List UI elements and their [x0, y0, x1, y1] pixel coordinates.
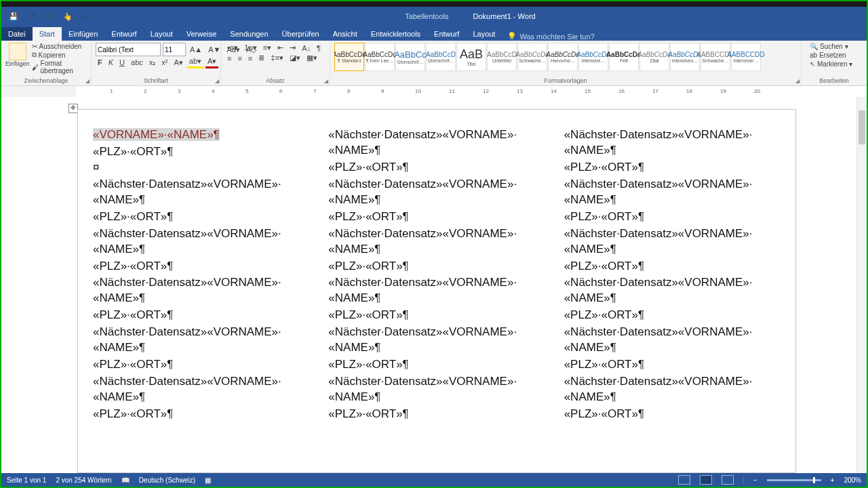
style-intensiver[interactable]: AaBbCcDdIntensiver…: [731, 43, 761, 71]
highlight-button[interactable]: ab▾: [187, 56, 203, 68]
label-cell[interactable]: «Nächster·Datensatz»«VORNAME»·«NAME»¶«PL…: [93, 325, 309, 373]
replace-button[interactable]: abErsetzen: [810, 52, 863, 59]
font-name-combo[interactable]: [96, 43, 161, 56]
label-cell[interactable]: «Nächster·Datensatz»«VORNAME»·«NAME»¶«PL…: [564, 177, 781, 225]
label-cell[interactable]: «Nächster·Datensatz»«VORNAME»·«NAME»¶«PL…: [93, 226, 309, 274]
shading-button[interactable]: ◪▾: [288, 53, 302, 63]
bullets-button[interactable]: •≡▾: [225, 43, 240, 53]
label-cell[interactable]: «Nächster·Datensatz»«VORNAME»·«NAME»¶«PL…: [93, 177, 309, 225]
subscript-button[interactable]: x₂: [147, 58, 158, 68]
shrink-font-button[interactable]: A▼: [206, 45, 222, 54]
label-cell[interactable]: «VORNAME»·«NAME»¶«PLZ»·«ORT»¶¤: [93, 127, 309, 176]
borders-button[interactable]: ▦▾: [304, 53, 319, 63]
zoom-slider[interactable]: [767, 479, 821, 481]
style-zitat[interactable]: AaBbCcDdZitat: [639, 43, 669, 71]
align-center-button[interactable]: ≡: [235, 54, 243, 63]
bold-button[interactable]: F: [96, 58, 104, 67]
style-berschrif[interactable]: AaBbCcÜberschrif…: [395, 43, 425, 71]
tab-file[interactable]: Datei: [1, 27, 33, 41]
tab-entwurf[interactable]: Entwurf: [427, 27, 466, 41]
justify-button[interactable]: ≣: [256, 53, 267, 63]
style-schwache[interactable]: AaBbCcDdSchwache…: [517, 43, 547, 71]
numbering-button[interactable]: 1≡▾: [242, 43, 259, 53]
strike-button[interactable]: abc: [129, 58, 145, 67]
underline-button[interactable]: U: [117, 58, 127, 67]
label-cell[interactable]: «Nächster·Datensatz»«VORNAME»·«NAME»¶«PL…: [93, 374, 309, 422]
macro-icon[interactable]: ▦: [205, 476, 211, 484]
spellcheck-icon[interactable]: 📖: [121, 476, 130, 484]
grow-font-button[interactable]: A▲: [188, 45, 204, 54]
tell-me[interactable]: 💡 Was möchten Sie tun?: [507, 32, 594, 41]
superscript-button[interactable]: x²: [159, 58, 170, 67]
label-cell[interactable]: «Nächster·Datensatz»«VORNAME»·«NAME»¶«PL…: [328, 374, 545, 422]
language-indicator[interactable]: Deutsch (Schweiz): [139, 476, 195, 484]
format-painter-button[interactable]: 🖌Format übertragen: [32, 60, 87, 75]
scrollbar-thumb[interactable]: [859, 110, 865, 144]
font-size-combo[interactable]: [163, 43, 186, 56]
font-color-button[interactable]: A▾: [205, 56, 218, 68]
tab-sendungen[interactable]: Sendungen: [223, 27, 275, 41]
italic-button[interactable]: K: [106, 58, 115, 67]
align-left-button[interactable]: ≡: [225, 54, 233, 63]
tab-start[interactable]: Start: [33, 27, 62, 41]
touch-mode-button[interactable]: 👆: [61, 12, 75, 22]
horizontal-ruler[interactable]: 1234567891011121314151617181920: [1, 86, 867, 98]
style-titel[interactable]: AaBTitel: [456, 43, 486, 71]
label-cell[interactable]: «Nächster·Datensatz»«VORNAME»·«NAME»¶«PL…: [564, 325, 781, 373]
sort-button[interactable]: A↓: [300, 43, 313, 53]
print-layout-button[interactable]: [700, 475, 712, 485]
find-button[interactable]: 🔍Suchen▾: [810, 43, 863, 50]
label-cell[interactable]: «Nächster·Datensatz»«VORNAME»·«NAME»¶«PL…: [328, 177, 545, 225]
label-cell[interactable]: «Nächster·Datensatz»«VORNAME»·«NAME»¶«PL…: [328, 226, 545, 274]
tab-ansicht[interactable]: Ansicht: [326, 27, 364, 41]
vertical-ruler[interactable]: [3, 100, 9, 470]
paste-button[interactable]: Einfügen: [5, 43, 30, 67]
style-gallery[interactable]: AaBbCcDd¶ StandardAaBbCcDd¶ Kein Lee…AaB…: [334, 43, 795, 71]
dialog-launcher-icon[interactable]: ◢: [795, 78, 800, 84]
redo-button[interactable]: ⟳: [44, 12, 54, 22]
page[interactable]: «VORNAME»·«NAME»¶«PLZ»·«ORT»¶¤«Nächster·…: [77, 109, 796, 473]
style-hervorhe[interactable]: AaBbCcDdHervorhe…: [548, 43, 578, 71]
select-button[interactable]: ↖Markieren▾: [810, 60, 863, 68]
tab-layout[interactable]: Layout: [144, 27, 180, 41]
line-spacing-button[interactable]: ‡≡▾: [269, 53, 285, 63]
increase-indent-button[interactable]: ⇥: [288, 43, 298, 53]
label-cell[interactable]: «Nächster·Datensatz»«VORNAME»·«NAME»¶«PL…: [564, 226, 781, 274]
label-cell[interactable]: «Nächster·Datensatz»«VORNAME»·«NAME»¶«PL…: [564, 275, 781, 323]
align-right-button[interactable]: ≡: [246, 54, 254, 63]
tab-verweise[interactable]: Verweise: [180, 27, 224, 41]
table-move-handle-icon[interactable]: ✥: [68, 104, 78, 113]
zoom-level[interactable]: 200%: [844, 476, 861, 484]
web-layout-button[interactable]: [722, 475, 734, 485]
dialog-launcher-icon[interactable]: ◢: [85, 78, 90, 84]
tab-layout[interactable]: Layout: [466, 27, 502, 41]
tab-einfügen[interactable]: Einfügen: [62, 27, 104, 41]
label-cell[interactable]: «Nächster·Datensatz»«VORNAME»·«NAME»¶«PL…: [564, 374, 781, 422]
tab-entwurf[interactable]: Entwurf: [104, 27, 143, 41]
decrease-indent-button[interactable]: ⇤: [275, 43, 285, 53]
dialog-launcher-icon[interactable]: ◢: [215, 78, 219, 84]
style-fett[interactable]: AaBbCcDdFett: [609, 43, 639, 71]
vertical-scrollbar[interactable]: [856, 97, 867, 473]
style-untertitel[interactable]: AaBbCcDUntertitel: [487, 43, 517, 71]
label-cell[interactable]: «Nächster·Datensatz»«VORNAME»·«NAME»¶«PL…: [328, 325, 545, 373]
cut-button[interactable]: ✂Ausschneiden: [32, 43, 87, 50]
show-marks-button[interactable]: ¶: [315, 43, 323, 53]
multilevel-button[interactable]: ≡▾: [261, 43, 273, 53]
dialog-launcher-icon[interactable]: ◢: [324, 78, 328, 84]
style-keinlee[interactable]: AaBbCcDd¶ Kein Lee…: [365, 43, 395, 71]
tab-überprüfen[interactable]: Überprüfen: [275, 27, 326, 41]
style-berschrif[interactable]: AaBbCcDÜberschrif…: [426, 43, 456, 71]
style-intensive[interactable]: AaBbCcDdIntensive…: [578, 43, 608, 71]
tab-entwicklertools[interactable]: Entwicklertools: [364, 27, 427, 41]
label-cell[interactable]: «Nächster·Datensatz»«VORNAME»·«NAME»¶«PL…: [328, 275, 545, 323]
copy-button[interactable]: ⧉Kopieren: [32, 51, 87, 59]
undo-button[interactable]: ↺: [27, 12, 37, 22]
text-effects-button[interactable]: A▾: [172, 58, 184, 68]
page-indicator[interactable]: Seite 1 von 1: [7, 476, 46, 484]
word-count[interactable]: 2 von 254 Wörtern: [56, 476, 111, 484]
save-button[interactable]: 💾: [7, 12, 20, 22]
label-cell[interactable]: «Nächster·Datensatz»«VORNAME»·«NAME»¶«PL…: [93, 275, 309, 323]
qat-more[interactable]: ▾: [81, 12, 90, 22]
zoom-out-button[interactable]: −: [753, 476, 757, 484]
